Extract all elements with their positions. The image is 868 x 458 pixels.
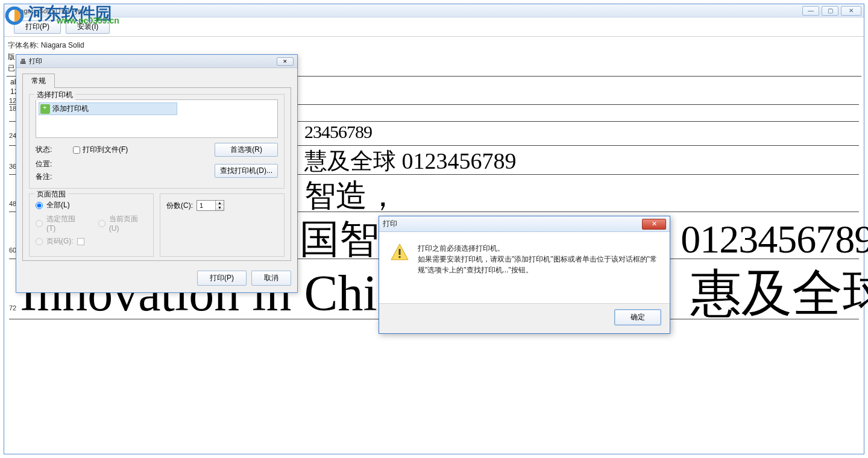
add-printer-item[interactable]: 添加打印机 xyxy=(39,102,177,115)
alert-line2: 如果需要安装打印机，请双击"添加打印机"图标或者单击位于该对话框的"常规"选项卡… xyxy=(418,254,660,275)
alert-close-button[interactable]: ✕ xyxy=(642,219,666,230)
close-button[interactable]: ✕ xyxy=(841,6,861,16)
tab-general[interactable]: 常规 xyxy=(22,74,55,88)
printer-list[interactable]: 添加打印机 xyxy=(36,99,278,138)
dialog-print-button[interactable]: 打印(P) xyxy=(197,271,247,286)
alert-ok-button[interactable]: 确定 xyxy=(614,309,661,325)
copies-spinner[interactable]: ▲▼ xyxy=(197,200,224,211)
comment-label: 备注: xyxy=(36,172,69,182)
sample-48: 智造， xyxy=(304,175,398,217)
radio-pages-label: 页码(G): xyxy=(46,236,74,246)
printer-icon: 🖶 xyxy=(20,58,27,65)
print-to-file-label: 打印到文件(F) xyxy=(83,145,128,155)
print-dialog-close-button[interactable]: ✕ xyxy=(277,57,294,66)
range-group-label: 页面范围 xyxy=(34,189,68,199)
maximize-button[interactable]: ▢ xyxy=(822,6,838,16)
watermark-logo-icon xyxy=(4,5,25,27)
sample-24: 23456789 xyxy=(304,122,372,142)
watermark-url: www.pc0359.cn xyxy=(57,16,119,25)
radio-current xyxy=(98,220,105,227)
print-dialog-titlebar[interactable]: 🖶 打印 ✕ xyxy=(16,55,297,68)
radio-selection xyxy=(36,220,43,227)
alert-line1: 打印之前必须选择打印机。 xyxy=(418,243,660,254)
sample-60: 国智 xyxy=(300,212,379,266)
alert-title: 打印 xyxy=(383,219,642,229)
spin-down-icon[interactable]: ▼ xyxy=(216,205,224,210)
copies-label: 份数(C): xyxy=(166,201,193,211)
status-label: 状态: xyxy=(36,145,69,155)
spin-up-icon[interactable]: ▲ xyxy=(216,201,224,205)
alert-message: 打印之前必须选择打印机。 如果需要安装打印机，请双击"添加打印机"图标或者单击位… xyxy=(418,243,660,303)
window-title: Niagara Solid (TrueType) xyxy=(14,7,802,14)
radio-selection-label: 选定范围(T) xyxy=(46,214,84,233)
alert-titlebar[interactable]: 打印 ✕ xyxy=(379,216,670,232)
pages-input xyxy=(77,238,84,245)
warning-icon xyxy=(390,243,409,262)
svg-rect-3 xyxy=(399,249,401,255)
toolbar: 打印(P) 安装(I) xyxy=(4,17,864,37)
printer-group-label: 选择打印机 xyxy=(34,90,75,100)
radio-all-label: 全部(L) xyxy=(46,200,70,210)
find-printer-button[interactable]: 查找打印机(D)... xyxy=(215,164,278,178)
svg-rect-4 xyxy=(399,256,401,258)
font-name-label: 字体名称: Niagara Solid xyxy=(7,40,861,51)
copies-input[interactable] xyxy=(197,201,215,210)
alert-dialog: 打印 ✕ 打印之前必须选择打印机。 如果需要安装打印机，请双击"添加打印机"图标… xyxy=(379,216,670,334)
main-titlebar[interactable]: A Niagara Solid (TrueType) — ▢ ✕ xyxy=(4,4,864,17)
print-dialog: 🖶 打印 ✕ 常规 选择打印机 添加打印机 状态: 打印到文件(F) 首选项(R… xyxy=(16,54,298,293)
location-label: 位置: xyxy=(36,159,69,169)
size-72: 72 xyxy=(9,304,16,312)
sample-36: 慧及全球 0123456789 xyxy=(304,146,517,177)
print-to-file-checkbox[interactable] xyxy=(73,146,80,154)
preferences-button[interactable]: 首选项(R) xyxy=(215,143,278,157)
print-dialog-title: 打印 xyxy=(29,57,277,66)
radio-pages xyxy=(36,238,43,245)
add-printer-label: 添加打印机 xyxy=(52,104,89,114)
dialog-cancel-button[interactable]: 取消 xyxy=(251,271,291,286)
minimize-button[interactable]: — xyxy=(802,6,819,16)
add-printer-icon xyxy=(40,104,50,114)
radio-all[interactable] xyxy=(36,202,43,209)
sample-60-num: 0123456789 xyxy=(681,216,868,262)
radio-current-label: 当前页面(U) xyxy=(109,214,147,233)
